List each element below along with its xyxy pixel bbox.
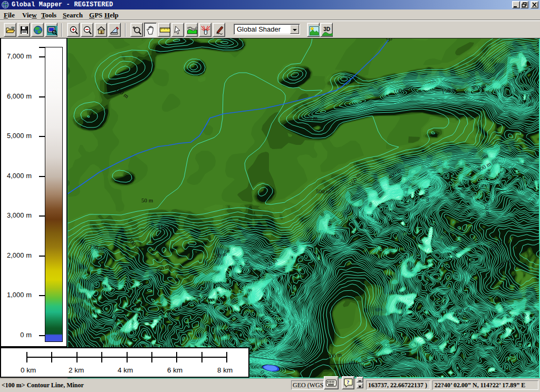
svg-text:150 m: 150 m	[158, 224, 172, 230]
svg-text:3D: 3D	[324, 26, 331, 32]
svg-text:50 m: 50 m	[141, 197, 153, 203]
svg-text:?: ?	[346, 379, 350, 385]
svg-text:500 m: 500 m	[316, 188, 331, 194]
svg-text:50 m: 50 m	[306, 115, 318, 121]
